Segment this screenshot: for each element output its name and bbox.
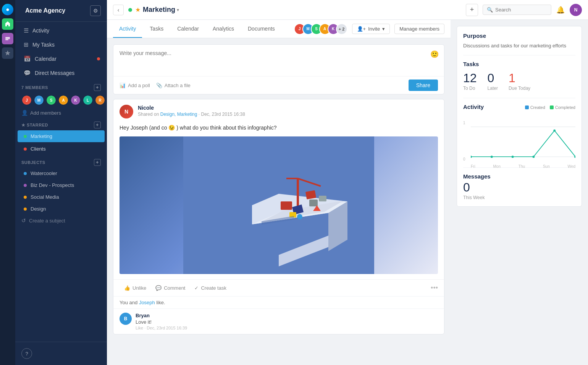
app-name: Acme Agency — [25, 7, 90, 14]
due-today-label: Due Today — [509, 86, 530, 91]
members-section-header: 7 MEMBERS + — [15, 80, 107, 92]
post-meta: Nicole Shared on Design, Marketing · Dec… — [138, 105, 438, 117]
add-button[interactable]: + — [466, 4, 478, 16]
nav-icon-tasks[interactable] — [2, 33, 13, 44]
member-avatar-3: S — [46, 95, 57, 105]
legend-completed: Completed — [550, 105, 575, 110]
sidebar-bottom: ? — [15, 342, 107, 365]
messages-title: Messages — [463, 173, 575, 180]
search-input[interactable] — [495, 7, 547, 13]
compose-input-area: 🙂 — [113, 45, 444, 76]
purpose-desc: Discussions and tasks for our marketing … — [463, 42, 575, 55]
starred-item-clients[interactable]: Clients — [18, 143, 105, 155]
biz-dev-dot — [24, 184, 27, 187]
subject-social-media[interactable]: Social Media — [18, 191, 105, 203]
svg-rect-13 — [305, 190, 316, 200]
comment-button[interactable]: 💬 Comment — [151, 284, 190, 292]
post-subtitle: Shared on Design, Marketing · Dec, 23rd … — [138, 112, 438, 117]
purpose-card: Purpose Discussions and tasks for our ma… — [457, 26, 582, 207]
add-members-button[interactable]: 👤 Add members — [15, 108, 107, 118]
create-subject-button[interactable]: ↺ Create a subject — [15, 215, 107, 226]
tab-tasks[interactable]: Tasks — [144, 20, 170, 38]
project-name: Marketing — [143, 6, 175, 14]
subject-watercooler[interactable]: Watercooler — [18, 168, 105, 179]
message-input[interactable] — [120, 50, 438, 69]
todo-count: 12 — [463, 72, 477, 84]
add-poll-button[interactable]: 📊 Add a poll — [120, 83, 150, 88]
settings-button[interactable]: ⚙ — [90, 5, 101, 16]
sidebar-item-calendar[interactable]: 📅 Calendar — [18, 52, 105, 66]
member-avatar-2: M — [34, 95, 44, 105]
main-content: ‹ ★ Marketing ▾ + 🔍 🔔 N Activity Tas — [107, 0, 588, 365]
channel-link[interactable]: Design, Marketing — [160, 112, 197, 117]
subject-design[interactable]: Design — [18, 203, 105, 214]
starred-section-header: ★ STARRED + — [15, 118, 107, 130]
marketing-dot — [24, 135, 27, 138]
task-stat-due-today: 1 Due Today — [509, 72, 530, 91]
chart-x-labels: Fri Mon Thu Sun Wed — [471, 164, 575, 169]
add-starred-button[interactable]: + — [94, 122, 101, 128]
nav-icon-other[interactable] — [2, 47, 13, 59]
attach-file-button[interactable]: 📎 Attach a file — [156, 83, 191, 88]
member-avatar-7: R — [95, 95, 105, 105]
invite-button[interactable]: 👤+ Invite ▾ — [352, 24, 390, 34]
emoji-button[interactable]: 🙂 — [430, 50, 439, 58]
tab-activity[interactable]: Activity — [113, 20, 142, 38]
post-body: Hey Joseph (and co 😉 ) what do you think… — [113, 124, 444, 279]
middle-panel: Activity Tasks Calendar Analytics Docume… — [107, 20, 451, 365]
chevron-down-icon[interactable]: ▾ — [177, 7, 179, 13]
compose-toolbar: 📊 Add a poll 📎 Attach a file Share — [113, 76, 444, 94]
person-add-icon: 👤+ — [357, 26, 366, 32]
social-media-dot — [24, 196, 27, 199]
member-avatars-group: J M S A K + 2 — [294, 23, 347, 35]
unlike-button[interactable]: 👍 Unlike — [120, 284, 151, 292]
liker-link[interactable]: Joseph — [139, 300, 155, 305]
tab-calendar[interactable]: Calendar — [171, 20, 205, 38]
watercooler-dot — [24, 172, 27, 175]
svg-rect-14 — [309, 200, 318, 206]
back-button[interactable]: ‹ — [113, 5, 124, 15]
sidebar-item-activity[interactable]: ☰ Activity — [18, 24, 105, 37]
svg-rect-2 — [5, 39, 8, 40]
activity-chart — [471, 121, 575, 163]
add-person-icon: 👤 — [21, 110, 28, 116]
share-button[interactable]: Share — [409, 79, 438, 91]
post-header: N Nicole Shared on Design, Marketing · D… — [113, 99, 444, 124]
search-box: 🔍 — [483, 5, 551, 15]
design-dot — [24, 208, 27, 211]
nav-icon-home[interactable] — [2, 18, 13, 30]
tab-documents[interactable]: Documents — [242, 20, 281, 38]
sidebar-header: Acme Agency ⚙ — [15, 0, 107, 22]
help-button[interactable]: ? — [21, 348, 32, 359]
subjects-section-header: SUBJECTS + — [15, 155, 107, 167]
sidebar-item-my-tasks[interactable]: ⊞ My Tasks — [18, 38, 105, 52]
sidebar-item-direct-messages[interactable]: 💬 Direct Messages — [18, 66, 105, 80]
topbar: ‹ ★ Marketing ▾ + 🔍 🔔 N — [107, 0, 588, 20]
create-task-button[interactable]: ✓ Create task — [190, 284, 231, 292]
thumbs-up-icon: 👍 — [124, 285, 130, 291]
task-stat-later: 0 Later — [488, 72, 498, 91]
tab-analytics[interactable]: Analytics — [207, 20, 240, 38]
post-likes: You and Joseph like. — [113, 296, 444, 308]
add-member-button[interactable]: + — [94, 84, 101, 91]
post-actions: 👍 Unlike 💬 Comment ✓ Create task ••• — [113, 279, 444, 296]
member-avatar-4: A — [58, 95, 69, 105]
member-avatar-6: L — [82, 95, 93, 105]
calendar-icon: 📅 — [24, 55, 31, 62]
starred-item-marketing[interactable]: Marketing — [18, 130, 105, 142]
member-avatar-1: J — [21, 95, 32, 105]
notification-button[interactable]: 🔔 — [554, 4, 567, 16]
add-subject-button[interactable]: + — [94, 159, 101, 166]
subject-biz-dev[interactable]: Biz Dev - Prospects — [18, 180, 105, 191]
y-label-0: 0 — [463, 157, 465, 161]
svg-rect-15 — [319, 196, 326, 201]
manage-members-button[interactable]: Manage members — [394, 24, 444, 34]
clients-dot — [24, 148, 27, 151]
comment-author-name: Bryan — [136, 313, 438, 318]
svg-rect-0 — [5, 37, 10, 38]
user-avatar[interactable]: N — [570, 4, 582, 16]
notification-badge — [97, 57, 100, 60]
tab-bar-right: J M S A K + 2 👤+ Invite ▾ Manage members — [294, 23, 444, 35]
task-stat-todo: 12 To Do — [463, 72, 477, 91]
more-options-button[interactable]: ••• — [431, 284, 438, 292]
